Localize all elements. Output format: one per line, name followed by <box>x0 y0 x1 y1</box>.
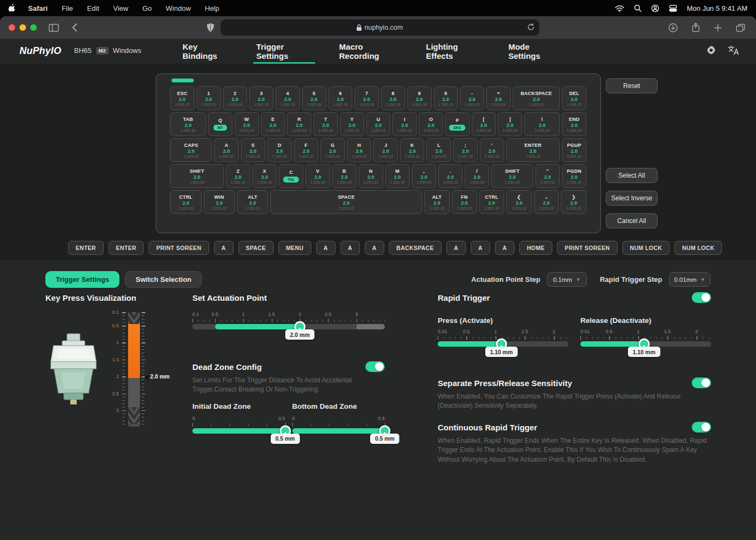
rapid-step-dropdown[interactable]: 0.01mm ▼ <box>669 272 711 287</box>
key-[interactable]: ,2.01.10/1.10 <box>412 164 436 188</box>
menu-item-go[interactable]: Go <box>142 4 151 12</box>
brand-logo[interactable]: NuPhyIO <box>19 45 61 57</box>
key-[interactable]: '2.01.10/1.10 <box>480 138 504 162</box>
rapid-trigger-toggle[interactable] <box>692 292 711 303</box>
spotlight-search-icon[interactable] <box>634 4 641 12</box>
key-[interactable]: /2.01.10/1.10 <box>465 164 489 188</box>
key-caps[interactable]: CAPS2.01.10/1.10 <box>170 138 212 162</box>
sidebar-icon[interactable] <box>49 24 59 32</box>
key-win[interactable]: WIN2.01.10/1.10 <box>204 190 235 214</box>
press-sensitivity-slider[interactable]: 0.010.511.521.10 mm <box>438 329 568 367</box>
key-d[interactable]: D2.01.10/1.10 <box>267 138 292 162</box>
key-[interactable]: ❮2.01.10/1.10 <box>506 190 532 214</box>
key-shift[interactable]: SHIFT2.01.10/1.10 <box>170 164 224 188</box>
key-v[interactable]: V2.01.10/1.10 <box>305 164 330 188</box>
binding-button[interactable]: SPACE <box>238 241 273 255</box>
key-ctrl[interactable]: CTRL2.01.10/1.10 <box>479 190 505 214</box>
key-7[interactable]: 72.01.10/1.10 <box>354 86 379 110</box>
key-1[interactable]: 12.01.10/1.10 <box>197 86 221 110</box>
key-[interactable]: ;2.01.10/1.10 <box>453 138 478 162</box>
key-o[interactable]: O2.01.10/1.10 <box>419 112 443 136</box>
panel-tab-trigger-settings[interactable]: Trigger Settings <box>45 271 119 288</box>
select-inverse-button[interactable]: Select Inverse <box>606 191 658 206</box>
key-enter[interactable]: ENTER2.01.10/1.10 <box>506 138 560 162</box>
key-alt[interactable]: ALT2.01.10/1.10 <box>424 190 450 214</box>
reset-button[interactable]: Reset <box>606 78 658 93</box>
privacy-shield-icon[interactable] <box>207 23 214 32</box>
bottom-dead-zone-slider[interactable]: 00.50.5 mm <box>292 416 385 454</box>
key-h[interactable]: H2.01.10/1.10 <box>347 138 371 162</box>
zoom-window-button[interactable] <box>30 24 37 31</box>
key-s[interactable]: S2.01.10/1.10 <box>241 138 265 162</box>
continuous-rapid-toggle[interactable] <box>692 422 711 433</box>
key-3[interactable]: 32.01.10/1.10 <box>249 86 273 110</box>
key-k[interactable]: K2.01.10/1.10 <box>400 138 424 162</box>
binding-button[interactable]: A <box>340 241 360 255</box>
menu-item-file[interactable]: File <box>62 4 73 12</box>
settings-gear-icon[interactable] <box>706 45 716 55</box>
initial-dead-zone-slider[interactable]: 00.50.5 mm <box>192 416 285 454</box>
actuation-point-slider[interactable]: 0.10.511.522.532.0 mm <box>192 312 385 349</box>
binding-button[interactable]: A <box>214 241 233 255</box>
back-button[interactable] <box>72 23 77 32</box>
tab-lighting-effects[interactable]: Lighting Effects <box>425 39 482 64</box>
control-center-icon[interactable] <box>669 5 677 12</box>
binding-button[interactable]: NUM LOCK <box>623 241 670 255</box>
panel-tab-switch-selection[interactable]: Switch Selection <box>125 271 202 288</box>
user-icon[interactable] <box>651 4 659 12</box>
close-window-button[interactable] <box>9 24 15 31</box>
key-a[interactable]: A2.01.10/1.10 <box>214 138 238 162</box>
key-4[interactable]: 42.01.10/1.10 <box>276 86 300 110</box>
key-5[interactable]: 52.01.10/1.10 <box>302 86 326 110</box>
cancel-all-button[interactable]: Cancel All <box>606 213 658 228</box>
new-tab-icon[interactable] <box>714 23 722 32</box>
menu-item-safari[interactable]: Safari <box>28 4 48 12</box>
key-g[interactable]: G2.01.10/1.10 <box>320 138 345 162</box>
key-[interactable]: ⌄2.01.10/1.10 <box>534 190 559 214</box>
key-t[interactable]: T2.01.10/1.10 <box>313 112 338 136</box>
binding-button[interactable]: ENTER <box>68 241 104 255</box>
key-alt[interactable]: ALT2.01.10/1.10 <box>237 190 269 214</box>
key-[interactable]: -2.01.10/1.10 <box>460 86 484 110</box>
key-y[interactable]: Y2.01.10/1.10 <box>340 112 364 136</box>
binding-button[interactable]: NUM LOCK <box>674 241 722 255</box>
key-r[interactable]: R2.01.10/1.10 <box>287 112 311 136</box>
key-esc[interactable]: ESC2.01.10/1.10 <box>170 86 195 110</box>
key-ctrl[interactable]: CTRL2.01.10/1.10 <box>170 190 202 214</box>
share-icon[interactable] <box>692 23 700 32</box>
key-e[interactable]: E2.01.10/1.10 <box>261 112 285 136</box>
key-[interactable]: .2.01.10/1.10 <box>438 164 463 188</box>
apple-logo-icon[interactable] <box>9 4 16 12</box>
key-b[interactable]: B2.01.10/1.10 <box>332 164 357 188</box>
menu-item-window[interactable]: Window <box>166 4 191 12</box>
key-j[interactable]: J2.01.10/1.10 <box>373 138 398 162</box>
address-bar[interactable]: nuphyio.com <box>220 19 539 36</box>
release-sensitivity-slider[interactable]: 0.010.511.521.10 mm <box>580 329 711 367</box>
binding-button[interactable]: A <box>495 241 514 255</box>
key-pgup[interactable]: PGUP2.01.10/1.10 <box>562 138 586 162</box>
key-backspace[interactable]: BACKSPACE2.01.10/1.10 <box>513 86 560 110</box>
binding-button[interactable]: MENU <box>278 241 311 255</box>
tab-key-bindings[interactable]: Key Bindings <box>182 39 231 64</box>
downloads-icon[interactable] <box>668 23 678 32</box>
binding-button[interactable]: PRINT SOREEN <box>149 241 209 255</box>
tab-overview-icon[interactable] <box>736 23 745 32</box>
key-l[interactable]: L2.01.10/1.10 <box>426 138 451 162</box>
tab-trigger-settings[interactable]: Trigger Settings <box>255 39 313 64</box>
key-8[interactable]: 82.01.10/1.10 <box>381 86 405 110</box>
key-2[interactable]: 22.01.10/1.10 <box>223 86 247 110</box>
key-shift[interactable]: SHIFT2.01.10/1.10 <box>491 164 533 188</box>
key-c[interactable]: CTGL <box>279 164 303 188</box>
key-6[interactable]: 62.01.10/1.10 <box>329 86 353 110</box>
key-9[interactable]: 92.01.10/1.10 <box>407 86 432 110</box>
menu-item-view[interactable]: View <box>113 4 129 12</box>
key-[interactable]: \2.01.10/1.10 <box>524 112 560 136</box>
binding-button[interactable]: PRINT SOREEN <box>557 241 618 255</box>
key-n[interactable]: N2.01.10/1.10 <box>359 164 383 188</box>
key-p[interactable]: PDKS <box>445 112 470 136</box>
menu-item-edit[interactable]: Edit <box>87 4 99 12</box>
tab-mode-settings[interactable]: Mode Settings <box>507 39 560 64</box>
select-all-button[interactable]: Select All <box>606 168 658 183</box>
slider-track[interactable] <box>192 428 285 434</box>
key-[interactable]: ]2.01.10/1.10 <box>498 112 522 136</box>
